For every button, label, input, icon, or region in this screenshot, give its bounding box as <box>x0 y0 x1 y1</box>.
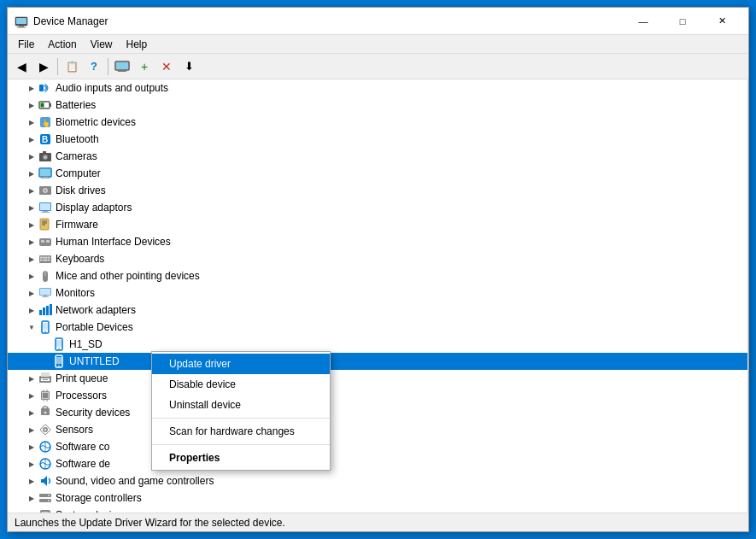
label-sensors: Sensors <box>56 424 93 436</box>
tree-item-untitled[interactable]: UNTITLED <box>8 353 747 370</box>
maximize-button[interactable]: □ <box>663 8 702 35</box>
tree-item-network[interactable]: Network adapters <box>8 302 747 319</box>
label-computer: Computer <box>56 167 101 179</box>
svg-rect-7 <box>118 71 126 72</box>
menu-bar: File Action View Help <box>8 35 748 54</box>
icon-audio <box>38 81 52 95</box>
menu-action[interactable]: Action <box>41 37 83 52</box>
ctx-scan-hardware[interactable]: Scan for hardware changes <box>152 421 330 442</box>
toolbar-add[interactable]: + <box>134 56 155 77</box>
status-text: Launches the Update Driver Wizard for th… <box>15 517 285 529</box>
tree-item-keyboards[interactable]: Keyboards <box>8 250 747 267</box>
svg-rect-52 <box>39 310 42 315</box>
toolbar-help[interactable]: ? <box>84 56 104 77</box>
svg-rect-40 <box>43 257 45 259</box>
tree-item-softwareco[interactable]: Software co <box>8 438 747 455</box>
tree-item-biometric[interactable]: 👆 Biometric devices <box>8 114 747 131</box>
icon-mice <box>38 269 52 283</box>
icon-monitors <box>38 286 52 300</box>
menu-help[interactable]: Help <box>120 37 155 52</box>
menu-view[interactable]: View <box>84 37 120 52</box>
icon-biometric: 👆 <box>38 115 52 129</box>
svg-rect-50 <box>44 296 47 296</box>
label-storage: Storage controllers <box>56 492 142 504</box>
icon-display <box>38 201 52 214</box>
window-icon <box>15 15 28 28</box>
tree-item-computer[interactable]: Computer <box>8 165 747 182</box>
svg-rect-43 <box>40 260 43 261</box>
status-bar: Launches the Update Driver Wizard for th… <box>8 513 748 531</box>
svg-rect-66 <box>41 372 50 377</box>
icon-untitled <box>52 354 66 368</box>
context-menu: Update driver Disable device Uninstall d… <box>151 351 331 471</box>
svg-rect-21 <box>40 169 50 176</box>
expander-sound <box>25 474 38 488</box>
tree-item-softwared[interactable]: Software de <box>8 455 747 472</box>
ctx-disable-device[interactable]: Disable device <box>152 374 330 395</box>
tree-item-storage[interactable]: Storage controllers <box>8 489 747 507</box>
svg-point-78 <box>44 412 47 414</box>
tree-item-h1sd[interactable]: H1_SD <box>8 336 747 353</box>
ctx-properties[interactable]: Properties <box>152 448 330 468</box>
tree-item-sensors[interactable]: Sensors <box>8 421 747 438</box>
expander-computer <box>25 167 38 180</box>
label-h1sd: H1_SD <box>69 338 103 350</box>
label-system: System devices <box>56 509 127 513</box>
toolbar-remove[interactable]: ✕ <box>156 56 177 77</box>
toolbar-forward[interactable]: ▶ <box>33 56 54 77</box>
expander-system <box>25 508 38 513</box>
svg-rect-63 <box>56 357 62 364</box>
toolbar-computer[interactable] <box>112 56 132 77</box>
tree-item-sound[interactable]: Sound, video and game controllers <box>8 472 747 489</box>
svg-point-18 <box>44 155 47 159</box>
tree-item-audio[interactable]: Audio inputs and outputs <box>8 79 747 97</box>
device-tree[interactable]: Audio inputs and outputs Batteries 👆 Bio… <box>8 79 748 513</box>
expander-bluetooth <box>25 132 38 146</box>
tree-item-batteries[interactable]: Batteries <box>8 97 747 114</box>
close-button[interactable]: ✕ <box>702 8 741 35</box>
tree-item-processors[interactable]: Processors <box>8 387 747 404</box>
label-security: Security devices <box>56 407 130 419</box>
tree-item-monitors[interactable]: Monitors <box>8 284 747 302</box>
minimize-button[interactable]: — <box>624 8 663 35</box>
tree-item-system[interactable]: System devices <box>8 507 747 513</box>
tree-item-disk[interactable]: Disk drives <box>8 182 747 199</box>
icon-portable <box>38 320 52 334</box>
tree-item-bluetooth[interactable]: B Bluetooth <box>8 131 747 148</box>
toolbar-back[interactable]: ◀ <box>11 56 32 77</box>
expander-monitors <box>25 286 38 300</box>
svg-rect-11 <box>41 103 44 108</box>
expander-security <box>25 406 38 419</box>
expander-printqueue <box>25 372 38 385</box>
icon-h1sd <box>52 337 66 351</box>
menu-file[interactable]: File <box>11 37 41 52</box>
ctx-uninstall-device[interactable]: Uninstall device <box>152 395 330 415</box>
toolbar-properties[interactable]: 📋 <box>62 56 82 77</box>
tree-item-hid[interactable]: Human Interface Devices <box>8 233 747 250</box>
expander-storage <box>25 491 38 505</box>
toolbar-update[interactable]: ⬇ <box>179 56 199 77</box>
svg-text:B: B <box>42 135 48 144</box>
expander-audio <box>25 81 38 95</box>
tree-item-printqueue[interactable]: Print queue <box>8 370 747 387</box>
label-printqueue: Print queue <box>56 372 108 384</box>
icon-softwareco <box>38 440 52 454</box>
tree-item-security[interactable]: Security devices <box>8 404 747 421</box>
tree-item-cameras[interactable]: Cameras <box>8 148 747 165</box>
svg-rect-41 <box>45 257 48 259</box>
tree-item-display[interactable]: Display adaptors <box>8 199 747 216</box>
svg-rect-45 <box>48 260 50 261</box>
ctx-update-driver[interactable]: Update driver <box>152 354 330 374</box>
tree-item-mice[interactable]: Mice and other pointing devices <box>8 267 747 284</box>
tree-item-firmware[interactable]: Firmware <box>8 216 747 233</box>
svg-rect-39 <box>40 257 43 259</box>
svg-rect-10 <box>50 103 51 107</box>
svg-point-58 <box>44 331 46 332</box>
svg-point-64 <box>58 365 60 366</box>
label-biometric: Biometric devices <box>56 116 136 128</box>
icon-batteries <box>38 98 52 112</box>
expander-processors <box>25 389 38 402</box>
icon-storage <box>38 491 52 505</box>
label-display: Display adaptors <box>56 202 132 214</box>
tree-item-portable[interactable]: Portable Devices <box>8 319 747 336</box>
